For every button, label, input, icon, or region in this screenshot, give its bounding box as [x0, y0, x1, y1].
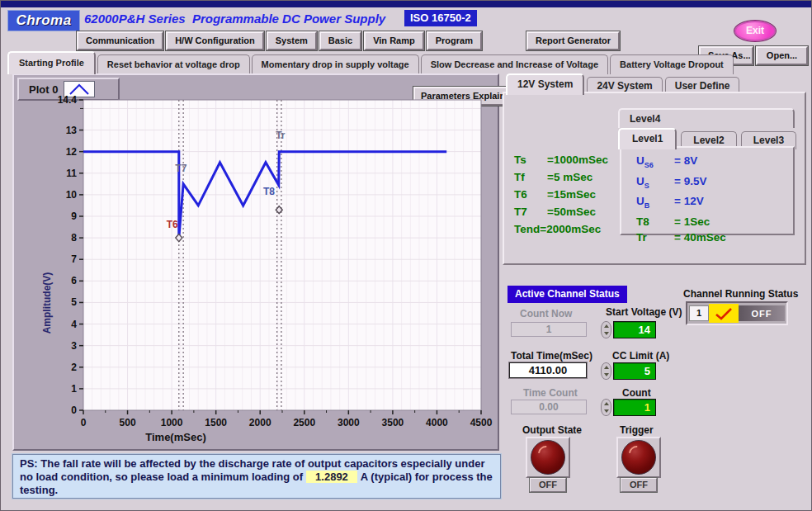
param-us6: US6= 8V: [636, 153, 793, 173]
timing-parameters: Ts=1000mSec Tf=5 mSec T6=15mSec T7=50mSe…: [514, 151, 608, 238]
channel-number: 1: [689, 305, 709, 321]
tab-slow-decrease-increase[interactable]: Slow Decrease and Increase of Voltage: [421, 54, 608, 74]
x-axis-label: Time(mSec): [145, 431, 205, 443]
svg-text:6: 6: [71, 275, 77, 286]
menu-program[interactable]: Program: [427, 31, 482, 50]
tab-momentary-drop[interactable]: Momentary drop in supply voltage: [252, 54, 419, 74]
output-state-label: Output State: [522, 424, 582, 436]
channel-check-icon: [709, 304, 739, 323]
param-t7: T7=50mSec: [514, 203, 608, 220]
svg-text:14.4: 14.4: [58, 94, 78, 106]
time-count-field: 0.00: [511, 400, 587, 414]
menu-vin-ramp[interactable]: Vin Ramp: [364, 31, 424, 50]
app-window: Chroma 62000P&H Series Programmable DC P…: [0, 0, 812, 511]
cc-limit-label: CC Limit (A): [612, 350, 669, 362]
tab-12v-system[interactable]: 12V System: [506, 73, 584, 95]
svg-text:3000: 3000: [338, 417, 360, 428]
waveform-annotation: T8: [263, 186, 275, 197]
start-voltage-value[interactable]: 14: [613, 321, 656, 338]
menu-bar: Communication H/W Configuration System B…: [77, 31, 482, 50]
ps-note: PS: The fall rate will be affected by th…: [12, 454, 501, 499]
svg-text:5: 5: [71, 296, 77, 308]
count-label: Count: [622, 387, 651, 399]
cc-limit-value[interactable]: 5: [613, 362, 656, 380]
svg-text:2: 2: [71, 362, 77, 373]
svg-text:9: 9: [71, 211, 77, 222]
param-us: US= 9.5V: [636, 173, 793, 194]
trigger-knob[interactable]: [621, 440, 656, 475]
start-voltage-label: Start Voltage (V): [606, 306, 682, 318]
time-count-label: Time Count: [523, 387, 578, 399]
active-channel-status-header: Active Channel Status: [508, 286, 627, 303]
iso-standard-badge: ISO 16750-2: [404, 10, 477, 26]
voltage-profile-chart: T6T7T8Tr05001000150020002500300035004000…: [39, 87, 498, 447]
param-t8: T8= 1Sec: [636, 214, 793, 229]
svg-text:500: 500: [120, 417, 136, 428]
output-state-off-button[interactable]: OFF: [530, 478, 566, 492]
svg-text:7: 7: [71, 253, 77, 265]
output-state-knob[interactable]: [531, 440, 565, 475]
tab-level4[interactable]: Level4: [618, 108, 795, 128]
svg-text:0: 0: [71, 405, 77, 416]
system-parameters-panel: Ts=1000mSec Tf=5 mSec T6=15mSec T7=50mSe…: [503, 92, 806, 265]
svg-text:8: 8: [71, 232, 77, 244]
count-stepper[interactable]: [601, 399, 611, 416]
trigger-label: Trigger: [620, 424, 654, 436]
menu-basic[interactable]: Basic: [319, 31, 361, 50]
waveform-annotation: T7: [175, 163, 186, 174]
svg-text:2000: 2000: [249, 417, 271, 428]
tab-battery-voltage-dropout[interactable]: Battery Voltage Dropout: [610, 54, 734, 74]
svg-text:12: 12: [66, 146, 78, 158]
total-time-label: Total Time(mSec): [511, 350, 592, 362]
count-now-label: Count Now: [520, 308, 572, 319]
svg-text:4500: 4500: [470, 417, 493, 428]
test-tab-bar: Starting Profile Reset behavior at volta…: [7, 51, 734, 74]
count-now-field: 1: [511, 322, 587, 337]
channel-running-state: OFF: [739, 305, 785, 321]
open-button[interactable]: Open...: [756, 46, 808, 65]
svg-text:13: 13: [66, 125, 78, 136]
cc-limit-stepper[interactable]: [601, 362, 611, 380]
exit-button[interactable]: Exit: [734, 21, 776, 41]
svg-text:0: 0: [81, 417, 87, 428]
start-voltage-control: 14: [601, 321, 656, 338]
level1-parameters: US6= 8V US= 9.5V UB= 12V T8= 1Sec Tr= 40…: [620, 146, 795, 235]
channel-running-status-control[interactable]: 1 OFF: [686, 301, 788, 325]
param-ts: Ts=1000mSec: [514, 151, 608, 168]
cc-limit-control: 5: [601, 362, 656, 380]
svg-text:3: 3: [71, 340, 77, 352]
param-tf: Tf=5 mSec: [514, 168, 608, 186]
total-time-field[interactable]: 4110.00: [509, 362, 587, 378]
svg-text:4000: 4000: [426, 417, 448, 428]
svg-text:10: 10: [66, 189, 78, 201]
menu-system[interactable]: System: [267, 31, 317, 50]
svg-text:2500: 2500: [293, 417, 315, 428]
output-state-knob-panel: [526, 437, 570, 478]
waveform-annotation: T6: [167, 219, 178, 230]
trigger-off-button[interactable]: OFF: [621, 478, 657, 492]
param-ub: UB= 12V: [636, 193, 793, 214]
menu-communication[interactable]: Communication: [77, 31, 163, 50]
channel-running-status-label: Channel Running Status: [683, 288, 798, 300]
svg-text:4: 4: [71, 319, 77, 330]
svg-text:1: 1: [71, 383, 77, 395]
count-control: 1: [601, 399, 656, 416]
window-top-border: [1, 1, 812, 7]
param-tend: Tend=2000mSec: [514, 220, 608, 238]
chroma-logo: Chroma: [7, 10, 80, 31]
param-tr: Tr= 40mSec: [636, 229, 793, 245]
svg-text:1500: 1500: [205, 417, 227, 428]
report-generator-button[interactable]: Report Generator: [526, 31, 620, 50]
svg-text:1000: 1000: [161, 417, 183, 428]
trigger-knob-panel: [616, 437, 661, 478]
start-voltage-stepper[interactable]: [601, 321, 611, 338]
plot-panel: Plot 0 Parameters Explain T6T7T8Tr050010…: [12, 73, 499, 451]
waveform-annotation: Tr: [276, 130, 286, 141]
svg-text:3500: 3500: [382, 417, 404, 428]
tab-starting-profile[interactable]: Starting Profile: [7, 51, 96, 74]
menu-hw-configuration[interactable]: H/W Configuration: [166, 31, 264, 50]
count-value[interactable]: 1: [613, 399, 656, 416]
tab-level1[interactable]: Level1: [618, 128, 677, 149]
app-title: 62000P&H Series Programmable DC Power Su…: [84, 12, 385, 26]
tab-reset-behavior[interactable]: Reset behavior at voltage drop: [97, 54, 250, 74]
